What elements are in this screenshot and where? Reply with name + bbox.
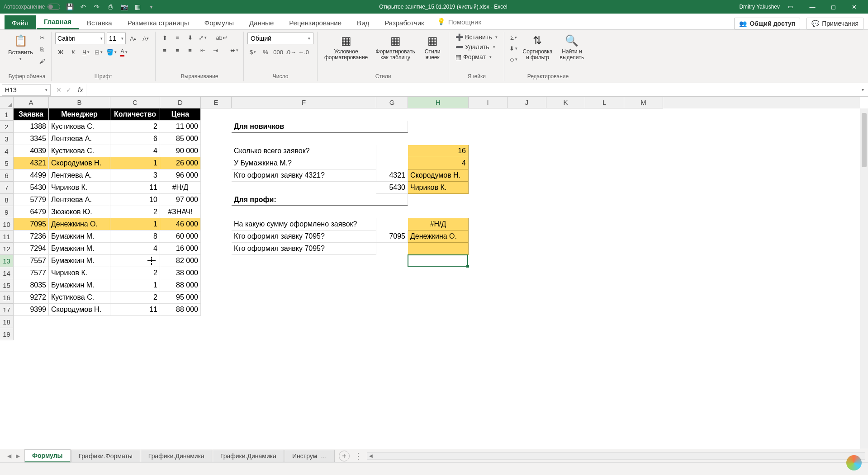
format-as-table-button[interactable]: ▦ Форматировать как таблицу (373, 33, 418, 61)
cell-D1[interactable]: Цена (160, 108, 201, 121)
sheet-more-icon[interactable]: ⋮ (354, 451, 362, 461)
cell-B3[interactable]: Лентяева А. (49, 133, 110, 145)
chart-icon[interactable]: ▦ (133, 3, 142, 11)
indent-increase-button[interactable]: ⇥ (210, 45, 221, 55)
tell-me[interactable]: 💡 Помощник (432, 14, 486, 29)
col-hdr-E[interactable]: E (201, 97, 232, 108)
cell-F8[interactable]: Для профи: (232, 194, 408, 206)
cell-B10[interactable]: Денежкина О. (49, 218, 110, 230)
cell-B8[interactable]: Лентяева А. (49, 194, 110, 206)
row-hdr-11[interactable]: 11 (0, 230, 14, 243)
cell-F10[interactable]: На какую сумму оформлено заявок? (232, 218, 376, 230)
cell-G7[interactable]: 5430 (376, 182, 408, 194)
cell-A4[interactable]: 4039 (14, 145, 49, 157)
bold-button[interactable]: Ж (55, 47, 66, 57)
cell-F12[interactable]: Кто оформил заявку 7095? (232, 243, 376, 255)
cell-C10[interactable]: 1 (110, 218, 160, 230)
align-top-button[interactable]: ⬆ (159, 33, 170, 42)
decrease-decimal-button[interactable]: ←.0 (298, 47, 309, 57)
increase-decimal-button[interactable]: .0→ (285, 47, 296, 57)
cell-B5[interactable]: Скородумов Н. (49, 157, 110, 169)
cell-A5[interactable]: 4321 (14, 157, 49, 169)
fx-icon[interactable]: fx (75, 86, 86, 94)
cut-button[interactable]: ✂ (37, 33, 47, 42)
sheet-tab-3[interactable]: Графики.Динамика (141, 450, 212, 462)
cell-C1[interactable]: Количество (110, 108, 160, 121)
tab-insert[interactable]: Вставка (80, 15, 119, 29)
tab-page-layout[interactable]: Разметка страницы (120, 15, 196, 29)
row-hdr-18[interactable]: 18 (0, 316, 14, 328)
shrink-font-button[interactable]: A▾ (140, 33, 151, 43)
col-hdr-K[interactable]: K (546, 97, 585, 108)
row-hdr-17[interactable]: 17 (0, 304, 14, 316)
fill-color-button[interactable]: 🪣 (106, 47, 117, 57)
tab-formulas[interactable]: Формулы (197, 15, 241, 29)
tab-developer[interactable]: Разработчик (377, 15, 431, 29)
tab-data[interactable]: Данные (242, 15, 281, 29)
cell-F6[interactable]: Кто оформил заявку 4321? (232, 169, 376, 182)
align-left-button[interactable]: ≡ (159, 45, 170, 55)
insert-cells-button[interactable]: ➕Вставить▾ (453, 33, 500, 42)
orientation-button[interactable]: ⤢ (197, 33, 208, 42)
italic-button[interactable]: К (68, 47, 79, 57)
cell-C5[interactable]: 1 (110, 157, 160, 169)
cell-A10[interactable]: 7095 (14, 218, 49, 230)
cell-D7[interactable]: #Н/Д (160, 182, 201, 194)
tab-view[interactable]: Вид (350, 15, 376, 29)
row-hdr-4[interactable]: 4 (0, 145, 14, 157)
user-name[interactable]: Dmitry Yakushev (731, 4, 788, 10)
save-icon[interactable]: 💾 (66, 3, 74, 11)
indent-decrease-button[interactable]: ⇤ (197, 45, 208, 55)
cell-B2[interactable]: Кустикова С. (49, 121, 110, 133)
cell-C17[interactable]: 11 (110, 304, 160, 316)
cell-C13[interactable] (110, 255, 160, 267)
cell-B9[interactable]: Зюзюков Ю. (49, 206, 110, 218)
cell-D10[interactable]: 46 000 (160, 218, 201, 230)
vertical-scrollbar[interactable] (860, 108, 868, 449)
cell-D6[interactable]: 96 000 (160, 169, 201, 182)
cell-A16[interactable]: 9272 (14, 292, 49, 304)
border-button[interactable]: ⊞ (93, 47, 104, 57)
row-hdr-7[interactable]: 7 (0, 182, 14, 194)
cell-B6[interactable]: Лентяева А. (49, 169, 110, 182)
row-hdr-13[interactable]: 13 (0, 255, 14, 267)
row-hdr-9[interactable]: 9 (0, 206, 14, 218)
align-right-button[interactable]: ≡ (185, 45, 195, 55)
maximize-button[interactable]: ◻ (823, 0, 844, 14)
autosave-toggle[interactable]: Автосохранение (4, 4, 60, 10)
font-size-select[interactable]: 11▾ (107, 33, 126, 44)
comments-button[interactable]: 💬 Примечания (806, 18, 863, 29)
cell-A14[interactable]: 7577 (14, 267, 49, 279)
close-button[interactable]: ✕ (844, 0, 864, 14)
row-hdr-2[interactable]: 2 (0, 121, 14, 133)
cell-C14[interactable]: 2 (110, 267, 160, 279)
sheet-tab-5[interactable]: Инструм … (285, 450, 335, 462)
align-bottom-button[interactable]: ⬇ (185, 33, 195, 42)
row-hdr-12[interactable]: 12 (0, 243, 14, 255)
row-hdr-3[interactable]: 3 (0, 133, 14, 145)
cell-A17[interactable]: 9399 (14, 304, 49, 316)
conditional-format-button[interactable]: ▦ Условное форматирование (321, 33, 371, 61)
cell-C6[interactable]: 3 (110, 169, 160, 182)
col-hdr-A[interactable]: A (14, 97, 49, 108)
align-center-button[interactable]: ≡ (172, 45, 183, 55)
share-button[interactable]: 👥 Общий доступ (734, 18, 800, 29)
cell-F11[interactable]: Кто оформил заявку 7095? (232, 230, 376, 243)
row-hdr-5[interactable]: 5 (0, 157, 14, 169)
align-middle-button[interactable]: ≡ (172, 33, 183, 42)
row-hdr-14[interactable]: 14 (0, 267, 14, 279)
cells-area[interactable]: ЗаявкаМенеджерКоличествоЦена1388Кустиков… (14, 108, 860, 449)
cell-A13[interactable]: 7557 (14, 255, 49, 267)
enter-formula-icon[interactable]: ✓ (66, 86, 71, 94)
row-hdr-8[interactable]: 8 (0, 194, 14, 206)
find-select-button[interactable]: 🔍 Найти и выделить (556, 33, 588, 61)
cell-G11[interactable]: 7095 (376, 230, 408, 243)
cell-H6[interactable]: Скородумов Н. (408, 169, 469, 182)
comma-button[interactable]: 000 (273, 47, 284, 57)
cell-A15[interactable]: 8035 (14, 279, 49, 292)
row-hdr-1[interactable]: 1 (0, 108, 14, 121)
col-hdr-C[interactable]: C (110, 97, 160, 108)
cell-A12[interactable]: 7294 (14, 243, 49, 255)
underline-button[interactable]: Ч (81, 47, 91, 57)
scroll-thumb[interactable] (862, 113, 867, 167)
